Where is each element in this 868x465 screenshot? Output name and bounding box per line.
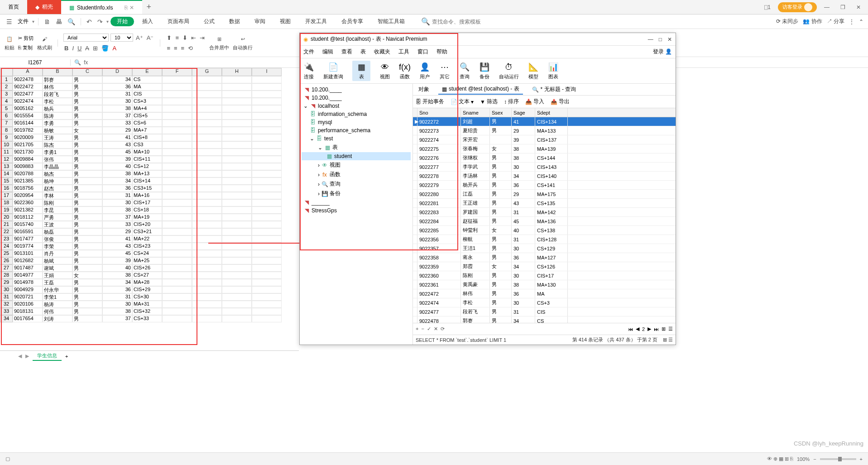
cell[interactable]: 39 [102,257,132,264]
cell[interactable]: 李荣 [43,243,72,250]
cell[interactable]: CS3 [132,141,162,149]
cell[interactable] [192,170,222,177]
sheet-row[interactable]: 129009884张伟男39CIS+11 [0,156,299,163]
cell[interactable]: MA+22 [132,235,162,243]
cell[interactable]: MA+19 [132,214,162,221]
cell[interactable] [192,120,222,127]
cell[interactable] [222,257,252,264]
row-header[interactable]: 25 [0,250,13,257]
ribbon-tab-start[interactable]: 开始 [110,17,134,26]
cell[interactable]: 9015740 [13,221,43,228]
cell[interactable]: CIS+32 [132,308,162,315]
cell[interactable]: 9018756 [13,185,43,192]
cell[interactable]: 男 [72,177,102,185]
col-header[interactable]: H [222,68,252,76]
cell[interactable]: 男 [72,293,102,301]
row-header[interactable]: 4 [0,98,13,105]
cell[interactable] [192,228,222,235]
cell[interactable]: 9017477 [13,235,43,243]
sheet-row[interactable]: 169018756赵杰男36CS3+15 [0,185,299,192]
indent-dec-icon[interactable]: ⇤ [190,34,197,42]
sheet-row[interactable]: 340017654刘涛男37CS+33 [0,315,299,322]
row-header[interactable]: 17 [0,192,13,199]
grid-header-sage[interactable]: Sage [512,108,535,117]
cell[interactable] [192,272,222,279]
sheet-row[interactable]: 269012682杨斌男39MA+25 [0,257,299,264]
row-header[interactable]: 18 [0,199,13,206]
nav-tool-表[interactable]: ▦表 [352,61,370,81]
nav-tool-连接[interactable]: 🔌连接 [303,62,314,80]
sheet-row[interactable]: 299014978王磊男34MA+28 [0,279,299,286]
col-header[interactable]: G [192,68,222,76]
cell[interactable]: 34 [102,177,132,185]
cell[interactable] [162,91,192,98]
cell[interactable] [252,98,282,105]
sheet-row[interactable]: 59005162杨兵男38MA+4 [0,105,299,112]
cell[interactable]: 李勇 [43,120,72,127]
cell[interactable]: 9016144 [13,120,43,127]
cell[interactable]: CS+12 [132,163,162,170]
cell[interactable] [162,83,192,91]
cell[interactable] [252,91,282,98]
nav-maximize-button[interactable]: □ [659,36,662,43]
cell[interactable] [252,83,282,91]
cell[interactable]: 刘涛 [43,315,72,322]
tab-home[interactable]: 首页 [0,0,27,14]
cell[interactable] [192,286,222,293]
cell[interactable] [252,264,282,272]
grid-row[interactable]: 9022275张春梅女38MA+139 [413,144,676,153]
cell[interactable] [192,235,222,243]
sheet-row[interactable]: 149020788杨杰男38MA+13 [0,170,299,177]
cell[interactable] [162,105,192,112]
strike-button[interactable]: A̶ [84,44,90,53]
cell[interactable]: 38 [102,272,132,279]
print-icon[interactable]: 🖶 [54,18,64,25]
row-header[interactable]: 26 [0,257,13,264]
cell[interactable] [192,221,222,228]
grid-row[interactable]: 9022359郑霞女34CS+126 [413,262,676,271]
row-header[interactable]: 6 [0,112,13,120]
cell[interactable] [162,199,192,206]
login-button[interactable]: 访客登录 [778,2,817,12]
cell[interactable]: 郭赛 [43,76,72,83]
cell[interactable]: CIS+5 [132,112,162,120]
grid-header-sno[interactable]: Sno [417,108,461,117]
tree-views[interactable]: ›👁视图 [302,160,411,170]
cell[interactable] [252,235,282,243]
cell[interactable]: 34 [102,76,132,83]
page-prev-icon[interactable]: ◀ [636,326,639,332]
cell[interactable] [192,83,222,91]
col-header[interactable]: E [132,68,162,76]
connection-tree[interactable]: ◥10.200.____ ◥10.200.____ ⌄◥localhost 🗄i… [300,84,413,345]
tree-queries[interactable]: ›🔍查询 [302,179,411,189]
cell[interactable] [222,214,252,221]
ribbon-tab-layout[interactable]: 页面布局 [161,18,196,25]
sheet-row[interactable]: 329020106杨涛男30MA+31 [0,301,299,308]
row-header[interactable]: 12 [0,156,13,163]
cell[interactable]: 肖丹 [43,250,72,257]
cell[interactable] [222,279,252,286]
tab-add-button[interactable]: + [142,2,156,12]
cell[interactable]: 张俊 [43,235,72,243]
nav-tool-其它[interactable]: ⋯其它 [439,62,450,80]
cell[interactable]: 34 [102,279,132,286]
cell[interactable]: MA+25 [132,257,162,264]
cell[interactable] [252,163,282,170]
cell[interactable] [252,279,282,286]
cell[interactable] [192,214,222,221]
tree-other[interactable]: ◥______ [302,198,411,206]
cell[interactable] [222,315,252,322]
cell[interactable]: CIS+8 [132,134,162,141]
cell[interactable]: MA+31 [132,301,162,308]
cell[interactable] [162,257,192,264]
cell[interactable]: MA+16 [132,192,162,199]
cell[interactable] [162,156,192,163]
row-header[interactable]: 21 [0,221,13,228]
nav-menu-window[interactable]: 窗口 [417,48,428,56]
sheet-nav-next-icon[interactable]: ▶ [25,353,29,359]
cell[interactable]: 王波 [43,221,72,228]
tree-table-student[interactable]: ▦student [302,152,411,160]
cell[interactable] [192,301,222,308]
more-icon[interactable]: ⋮ [849,19,854,25]
cell[interactable]: 9005162 [13,105,43,112]
